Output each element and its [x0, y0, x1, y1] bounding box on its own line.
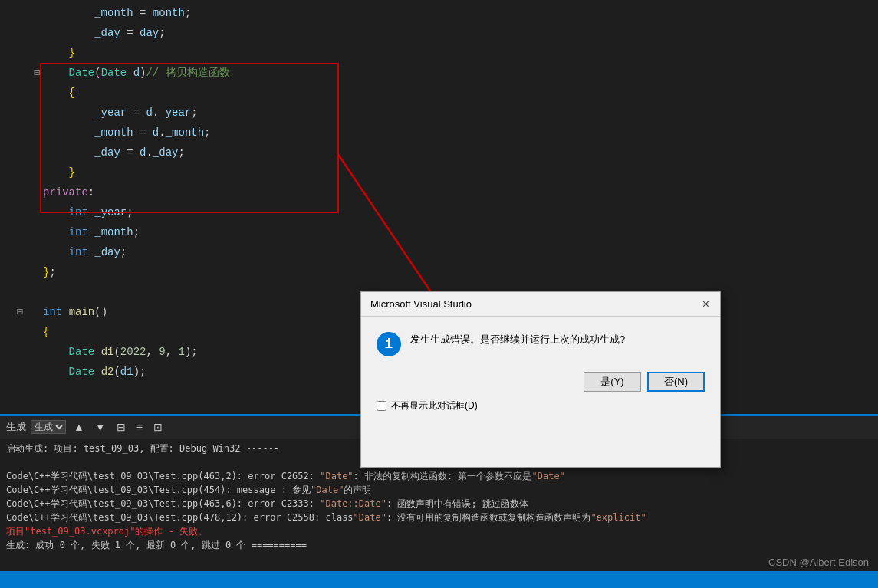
toolbar-up-btn[interactable]: ▲	[71, 419, 87, 435]
dialog-buttons: 是(Y) 否(N)	[377, 372, 705, 392]
dialog-yes-button[interactable]: 是(Y)	[584, 372, 641, 392]
code-line: _month = month;	[0, 3, 878, 23]
dialog-no-button[interactable]: 否(N)	[647, 372, 705, 392]
output-line: 生成: 成功 0 个, 失败 1 个, 最新 0 个, 跳过 0 个 =====…	[6, 538, 872, 552]
code-line: _day = day;	[0, 23, 878, 43]
dialog-checkbox[interactable]	[377, 401, 386, 411]
code-line: _year = d._year;	[0, 103, 878, 123]
dialog: Microsoft Visual Studio × i 发生生成错误。是否继续并…	[360, 291, 721, 468]
dialog-message: 发生生成错误。是否继续并运行上次的成功生成?	[410, 332, 705, 347]
output-line: Code\C++学习代码\test_09_03\Test.cpp(478,12)…	[6, 511, 872, 524]
output-line: 项目"test_09_03.vcxproj"的操作 - 失败。	[6, 524, 872, 538]
dialog-checkbox-row: 不再显示此对话框(D)	[377, 399, 705, 412]
toolbar-menu-btn[interactable]: ≡	[133, 419, 146, 435]
code-line: int _day;	[0, 242, 878, 262]
watermark: CSDN @Albert Edison	[768, 557, 869, 568]
dialog-titlebar: Microsoft Visual Studio ×	[361, 292, 720, 317]
toolbar-collapse-btn[interactable]: ⊟	[113, 419, 129, 435]
output-line: Code\C++学习代码\test_09_03\Test.cpp(463,6):…	[6, 497, 872, 511]
toolbar-wrap-btn[interactable]: ⊡	[150, 419, 166, 435]
output-line: Code\C++学习代码\test_09_03\Test.cpp(454): m…	[6, 483, 872, 497]
code-line: private:	[0, 182, 878, 202]
dialog-footer: 是(Y) 否(N) 不再显示此对话框(D)	[361, 364, 720, 420]
toolbar-down-btn[interactable]: ▼	[92, 419, 109, 435]
dialog-info-icon: i	[377, 332, 401, 356]
code-line: {	[0, 83, 878, 103]
code-line: };	[0, 262, 878, 282]
dialog-title: Microsoft Visual Studio	[370, 298, 472, 310]
code-line: }	[0, 43, 878, 63]
code-line: int _year;	[0, 202, 878, 222]
dialog-body: i 发生生成错误。是否继续并运行上次的成功生成?	[361, 317, 720, 364]
code-line: ⊟ Date(Date d)// 拷贝构造函数	[0, 63, 878, 83]
code-line: _day = d._day;	[0, 143, 878, 163]
code-line: _month = d._month;	[0, 123, 878, 143]
code-line: int _month;	[0, 222, 878, 242]
panel-label: 生成	[6, 420, 26, 434]
output-line: Code\C++学习代码\test_09_03\Test.cpp(463,2):…	[6, 469, 872, 483]
output-selector[interactable]: 生成	[31, 420, 66, 434]
dialog-close-button[interactable]: ×	[698, 296, 714, 313]
code-line: }	[0, 163, 878, 182]
dialog-checkbox-label: 不再显示此对话框(D)	[391, 399, 478, 412]
status-bar	[0, 571, 878, 588]
